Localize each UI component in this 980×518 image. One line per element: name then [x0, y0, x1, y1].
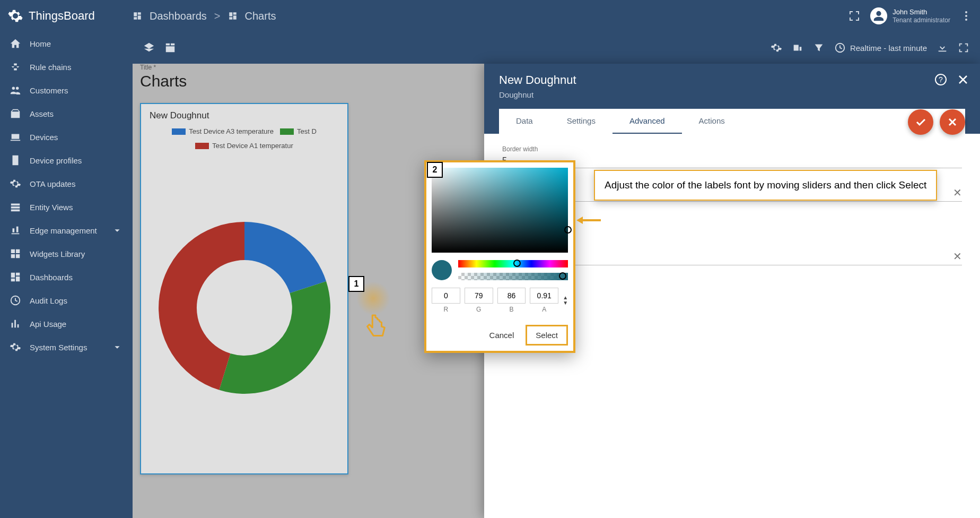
sidebar-item-rule-chains[interactable]: Rule chains	[0, 55, 133, 79]
panel-tabs: Data Settings Advanced Actions	[499, 109, 965, 134]
audit-icon	[10, 295, 21, 306]
sidebar-item-label: Audit Logs	[30, 296, 67, 305]
download-icon[interactable]	[937, 42, 948, 54]
sidebar-item-label: Device profiles	[30, 156, 82, 165]
entity-icon[interactable]	[792, 42, 803, 54]
sidebar-item-assets[interactable]: Assets	[0, 102, 133, 125]
views-icon	[10, 201, 21, 213]
svg-point-0	[965, 11, 967, 13]
svg-text:?: ?	[939, 75, 943, 84]
devices-icon	[10, 131, 21, 143]
labels-font-color-label: Labels font co	[519, 241, 962, 249]
help-icon[interactable]: ?	[934, 73, 947, 86]
sidebar-item-label: Api Usage	[30, 320, 66, 329]
breadcrumb-parent[interactable]: Dashboards	[150, 10, 207, 22]
tab-data[interactable]: Data	[499, 109, 550, 134]
sidebar-item-label: Customers	[30, 86, 68, 95]
time-window[interactable]: Realtime - last minute	[834, 42, 927, 54]
dashboard-icon	[10, 271, 21, 283]
clear-icon[interactable]: ✕	[953, 250, 962, 263]
user-menu[interactable]: John Smith Tenant administrator	[870, 7, 950, 24]
breadcrumb: Dashboards > Charts	[133, 10, 276, 22]
user-name: John Smith	[892, 8, 950, 16]
assets-icon	[10, 108, 21, 119]
a-label: A	[542, 306, 546, 313]
gear-icon[interactable]	[771, 42, 782, 54]
sidebar-item-audit[interactable]: Audit Logs	[0, 289, 133, 312]
hue-thumb[interactable]	[513, 260, 521, 267]
user-role: Tenant administrator	[892, 16, 950, 24]
saturation-field[interactable]	[432, 168, 568, 253]
sidebar-item-customers[interactable]: Customers	[0, 79, 133, 102]
svg-point-1	[965, 15, 967, 17]
b-input[interactable]	[497, 288, 526, 304]
layers-icon[interactable]	[143, 42, 155, 54]
rule-icon	[10, 61, 21, 73]
edge-icon	[10, 225, 21, 236]
panel-title: New Doughnut	[499, 73, 965, 87]
decline-button[interactable]	[940, 109, 965, 135]
accept-button[interactable]	[908, 109, 933, 135]
sidebar-item-label: OTA updates	[30, 179, 75, 188]
sidebar-item-entity-views[interactable]: Entity Views	[0, 195, 133, 219]
fullscreen-icon[interactable]	[848, 10, 861, 22]
check-icon	[914, 116, 927, 128]
panel-subtitle: Doughnut	[499, 90, 965, 99]
color-picker: R G B A ▲▼ Cancel Select	[424, 160, 575, 353]
close-icon[interactable]	[957, 73, 969, 86]
format-stepper[interactable]: ▲▼	[563, 295, 568, 306]
people-icon	[10, 84, 21, 96]
tab-settings[interactable]: Settings	[550, 109, 612, 134]
sidebar-item-label: Dashboards	[30, 273, 73, 282]
avatar	[870, 7, 887, 24]
home-icon	[10, 38, 21, 49]
sidebar-item-home[interactable]: Home	[0, 32, 133, 55]
breadcrumb-separator: >	[214, 10, 221, 22]
app-logo[interactable]: ThingsBoard	[7, 8, 133, 24]
cancel-button[interactable]: Cancel	[481, 325, 523, 346]
person-icon	[873, 10, 885, 22]
b-label: B	[509, 306, 513, 313]
topbar: ThingsBoard Dashboards > Charts John Smi…	[0, 0, 980, 32]
app-name: ThingsBoard	[29, 9, 95, 23]
sidebar-item-label: Devices	[30, 133, 58, 142]
grid-icon[interactable]	[164, 42, 176, 54]
sidebar-item-device-profiles[interactable]: Device profiles	[0, 149, 133, 172]
g-label: G	[476, 306, 481, 313]
sidebar-item-label: Home	[30, 39, 51, 48]
sidebar-item-edge[interactable]: Edge management	[0, 219, 133, 242]
annotation-step-1: 1	[348, 276, 364, 292]
a-input[interactable]	[530, 288, 558, 304]
more-vert-icon[interactable]	[960, 10, 973, 22]
time-window-label: Realtime - last minute	[850, 44, 927, 53]
border-width-label: Border width	[502, 145, 962, 153]
widgets-icon	[10, 248, 21, 260]
sidebar-item-label: Assets	[30, 109, 54, 118]
g-input[interactable]	[465, 288, 493, 304]
sidebar-item-devices[interactable]: Devices	[0, 125, 133, 149]
chart-icon	[10, 318, 21, 330]
dashboard-icon	[228, 11, 238, 21]
saturation-cursor[interactable]	[564, 226, 572, 234]
annotation-tip: Adjust the color of the labels font by m…	[594, 170, 937, 201]
alpha-slider[interactable]	[458, 273, 568, 280]
clear-icon[interactable]: ✕	[953, 186, 962, 199]
fullscreen-icon[interactable]	[958, 42, 969, 54]
dashboard-icon	[133, 11, 142, 21]
sidebar-item-ota[interactable]: OTA updates	[0, 172, 133, 195]
sidebar-item-label: Rule chains	[30, 63, 71, 72]
sidebar-item-dashboards[interactable]: Dashboards	[0, 265, 133, 289]
tab-advanced[interactable]: Advanced	[612, 109, 682, 134]
select-button[interactable]: Select	[526, 325, 568, 346]
sidebar-item-settings[interactable]: System Settings	[0, 335, 133, 359]
filter-icon[interactable]	[813, 42, 825, 54]
color-preview	[432, 260, 452, 280]
hue-slider[interactable]	[458, 260, 568, 267]
clock-icon	[834, 42, 846, 54]
sidebar-item-api[interactable]: Api Usage	[0, 312, 133, 335]
r-input[interactable]	[432, 288, 460, 304]
tab-actions[interactable]: Actions	[682, 109, 742, 134]
sidebar-item-widgets[interactable]: Widgets Library	[0, 242, 133, 265]
alpha-thumb[interactable]	[559, 272, 566, 280]
logo-icon	[7, 8, 23, 24]
